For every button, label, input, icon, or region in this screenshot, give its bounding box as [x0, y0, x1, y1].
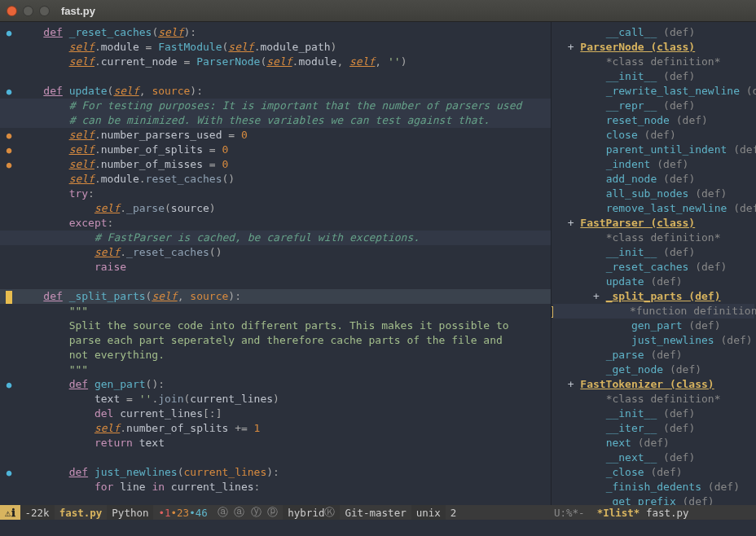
outline-item[interactable]: *function definition* — [553, 304, 754, 319]
code-line[interactable]: # can be minimized. With these variables… — [0, 113, 551, 128]
gutter-marker — [0, 113, 18, 128]
code-line[interactable]: self._reset_caches() — [0, 245, 551, 260]
outline-item[interactable]: + FastParser (class) — [553, 216, 754, 231]
gutter-marker — [0, 333, 18, 348]
outline-item[interactable]: *class definition* — [553, 392, 754, 406]
gutter-marker — [0, 55, 18, 69]
position-pct: 2 — [446, 505, 462, 520]
minibuffer[interactable] — [0, 520, 756, 536]
outline-item[interactable]: _rewrite_last_newline (def) — [553, 84, 754, 99]
gutter-marker — [0, 216, 18, 231]
outline-item[interactable]: *class definition* — [553, 231, 754, 245]
code-line[interactable]: ● def _reset_caches(self): — [0, 25, 551, 40]
outline-item[interactable]: reset_node (def) — [553, 113, 754, 128]
outline-item[interactable]: add_node (def) — [553, 172, 754, 187]
outline-item[interactable]: __init__ (def) — [553, 245, 754, 260]
code-line[interactable]: """ — [0, 362, 551, 377]
code-line[interactable]: ● def update(self, source): — [0, 84, 551, 99]
code-line[interactable]: return text — [0, 436, 551, 450]
code-line[interactable]: ● self.number_parsers_used = 0 — [0, 128, 551, 143]
outline-item[interactable]: + FastTokenizer (class) — [553, 377, 754, 392]
outline-item[interactable]: __repr__ (def) — [553, 99, 754, 113]
outline-item[interactable]: __init__ (def) — [553, 69, 754, 84]
gutter-marker — [0, 406, 18, 421]
code-line[interactable]: self.current_node = ParserNode(self.modu… — [0, 55, 551, 69]
gutter-marker: ● — [0, 377, 18, 392]
outline-item[interactable]: just_newlines (def) — [553, 333, 754, 348]
code-line[interactable]: ● def just_newlines(current_lines): — [0, 465, 551, 480]
code-line[interactable]: except: — [0, 216, 551, 231]
outline-item[interactable]: _reset_caches (def) — [553, 260, 754, 275]
gutter-marker — [0, 275, 18, 289]
gutter-marker — [0, 231, 18, 245]
code-line[interactable]: self.module = FastModule(self.module_pat… — [0, 40, 551, 55]
gutter-marker — [0, 436, 18, 450]
gutter-marker — [0, 304, 18, 319]
code-line[interactable] — [0, 69, 551, 84]
minimize-icon[interactable] — [23, 6, 33, 16]
outline-item[interactable]: close (def) — [553, 128, 754, 143]
status-left: ⚠ ℹ - 22k fast.py Python •1 •23 •46 ⓐ ⓐ … — [0, 505, 551, 520]
code-line[interactable] — [0, 450, 551, 465]
code-line[interactable]: del current_lines[:] — [0, 406, 551, 421]
code-line[interactable]: ● def gen_part(): — [0, 377, 551, 392]
outline-item[interactable]: __iter__ (def) — [553, 421, 754, 436]
outline-item[interactable]: _finish_dedents (def) — [553, 480, 754, 494]
outline-item[interactable]: next (def) — [553, 436, 754, 450]
outline-item[interactable]: + ParserNode (class) — [553, 40, 754, 55]
gutter-marker: ● — [0, 465, 18, 480]
outline-item[interactable]: parent_until_indent (def) — [553, 143, 754, 157]
outline-item[interactable]: __call__ (def) — [553, 25, 754, 40]
outline-item[interactable]: _close (def) — [553, 465, 754, 480]
code-line[interactable]: text = ''.join(current_lines) — [0, 392, 551, 406]
code-line[interactable]: self._parse(source) — [0, 201, 551, 216]
major-mode[interactable]: Python — [107, 505, 153, 520]
outline-item[interactable]: gen_part (def) — [553, 319, 754, 333]
outline-mode-name: *Ilist* — [597, 507, 640, 519]
code-line[interactable] — [0, 275, 551, 289]
outline-pane[interactable]: __call__ (def) + ParserNode (class) *cla… — [551, 22, 756, 505]
close-icon[interactable] — [7, 6, 17, 16]
code-line[interactable]: # FastParser is cached, be careful with … — [0, 231, 551, 245]
code-line[interactable]: parse each part seperately and therefore… — [0, 333, 551, 348]
code-line[interactable]: try: — [0, 187, 551, 201]
gutter-marker — [0, 99, 18, 113]
code-line[interactable]: self.module.reset_caches() — [0, 172, 551, 187]
outline-item[interactable]: _parse (def) — [553, 348, 754, 362]
status-right: U:%*- *Ilist* fast.py — [551, 505, 756, 520]
code-line[interactable]: raise — [0, 260, 551, 275]
window-title: fast.py — [61, 5, 95, 17]
gutter-marker — [0, 480, 18, 494]
outline-item[interactable]: *class definition* — [553, 55, 754, 69]
outline-item[interactable]: update (def) — [553, 275, 754, 289]
outline-item[interactable]: _get_prefix (def) — [553, 494, 754, 505]
code-line[interactable]: self.number_of_splits += 1 — [0, 421, 551, 436]
code-line[interactable]: for line in current_lines: — [0, 480, 551, 494]
gutter-marker — [0, 450, 18, 465]
outline-item[interactable]: + _split_parts (def) — [553, 289, 754, 304]
outline-item[interactable]: all_sub_nodes (def) — [553, 187, 754, 201]
file-size: - 22k — [20, 505, 55, 520]
outline-item[interactable]: _get_node (def) — [553, 362, 754, 377]
code-line[interactable]: """ — [0, 304, 551, 319]
cursor-icon — [6, 291, 12, 304]
code-line[interactable]: ● self.number_of_splits = 0 — [0, 143, 551, 157]
outline-item[interactable]: _indent (def) — [553, 157, 754, 172]
gutter-marker — [0, 172, 18, 187]
outline-item[interactable]: remove_last_newline (def) — [553, 201, 754, 216]
title-bar: fast.py — [0, 0, 756, 22]
status-bar: ⚠ ℹ - 22k fast.py Python •1 •23 •46 ⓐ ⓐ … — [0, 505, 756, 520]
vc-branch[interactable]: Git-master — [340, 505, 411, 520]
warnings-indicator[interactable]: ⚠ ℹ — [0, 505, 20, 520]
maximize-icon[interactable] — [39, 6, 50, 16]
code-line[interactable]: def _split_parts(self, source): — [0, 289, 551, 304]
flycheck-counts[interactable]: •1 •23 •46 — [153, 505, 212, 520]
code-line[interactable]: not everything. — [0, 348, 551, 362]
code-line[interactable]: Split the source code into different par… — [0, 319, 551, 333]
outline-item[interactable]: __next__ (def) — [553, 450, 754, 465]
code-pane[interactable]: ● def _reset_caches(self): self.module =… — [0, 22, 551, 505]
gutter-marker: ● — [0, 25, 18, 40]
outline-item[interactable]: __init__ (def) — [553, 406, 754, 421]
code-line[interactable]: # For testing purposes: It is important … — [0, 99, 551, 113]
code-line[interactable]: ● self.number_of_misses = 0 — [0, 157, 551, 172]
